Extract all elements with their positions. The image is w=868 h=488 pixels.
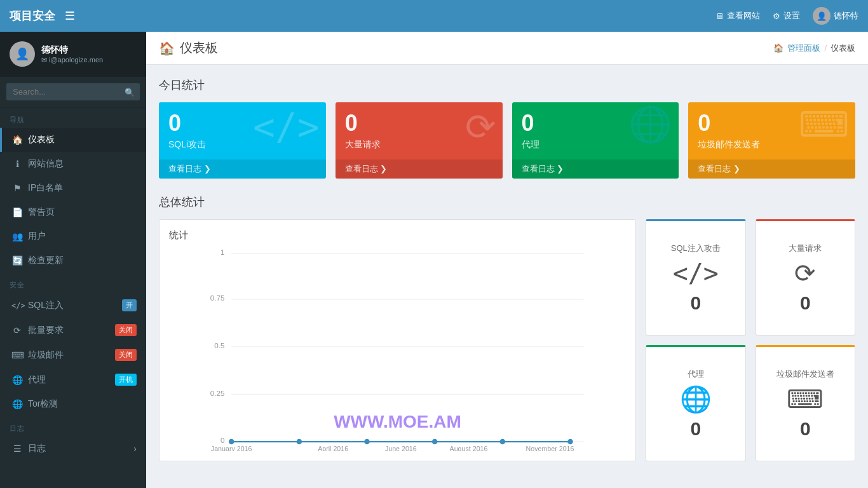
- mini-proxy-label: 代理: [688, 369, 704, 380]
- sidebar-item-tor-detect[interactable]: 🌐 Tor检测: [0, 392, 146, 416]
- bulk-value: 0: [345, 110, 381, 137]
- globe-icon: 🌐: [11, 375, 23, 385]
- sidebar-search-area: 🔍: [0, 77, 146, 107]
- svg-point-10: [229, 439, 234, 445]
- proxy-badge: 开机: [115, 374, 137, 386]
- mini-spam-value: 0: [800, 418, 811, 440]
- mini-sql-icon: </>: [673, 261, 719, 286]
- mini-spam-label: 垃圾邮件发送者: [776, 369, 834, 380]
- page-title: 🏠 仪表板: [159, 39, 218, 57]
- proxy-view-logs[interactable]: 查看日志 ❯: [512, 159, 679, 179]
- spam-mail-badge: 关闭: [115, 349, 137, 361]
- chart-box: 统计 1 0.75 0.5 0.25 0: [159, 219, 636, 461]
- top-navbar: 项目安全 ☰ 🖥 查看网站 ⚙ 设置 👤 德怀特: [0, 0, 868, 32]
- globe3-icon: 🌐: [11, 399, 23, 409]
- file-icon: 📄: [11, 207, 23, 217]
- mini-bulk-icon: ⟳: [794, 261, 816, 286]
- today-stats-title: 今日统计: [159, 78, 855, 93]
- stat-card-proxy: 0 代理 🌐 查看日志 ❯: [512, 102, 679, 179]
- sql-value: 0: [168, 110, 206, 137]
- mini-sql-value: 0: [690, 292, 701, 314]
- spam-card-icon: ⌨: [799, 107, 849, 142]
- svg-point-15: [567, 439, 573, 445]
- search-input[interactable]: [6, 83, 140, 100]
- chart-svg: 1 0.75 0.5 0.25 0: [169, 248, 626, 451]
- sql-view-logs[interactable]: 查看日志 ❯: [159, 159, 326, 179]
- proxy-card-icon: 🌐: [628, 107, 672, 142]
- hamburger-icon[interactable]: ☰: [65, 9, 75, 23]
- svg-point-12: [364, 439, 370, 445]
- sidebar-item-proxy[interactable]: 🌐 代理 开机: [0, 367, 146, 392]
- sidebar-item-ip-whitelist[interactable]: ⚑ IP白名单: [0, 176, 146, 200]
- proxy-value: 0: [522, 110, 539, 137]
- svg-point-11: [297, 439, 302, 445]
- nav-section-label: 导航: [0, 107, 146, 128]
- svg-text:January 2016: January 2016: [211, 445, 252, 451]
- sidebar-username: 德怀特: [41, 44, 103, 56]
- mini-card-proxy: 代理 🌐 0: [646, 345, 746, 461]
- mini-bulk-value: 0: [800, 292, 811, 314]
- sidebar-item-alert-page[interactable]: 📄 警告页: [0, 200, 146, 224]
- sidebar-item-check-update[interactable]: 🔄 检查更新: [0, 248, 146, 273]
- today-stat-cards: 0 SQLi攻击 </> 查看日志 ❯ 0 大量请求: [159, 102, 855, 179]
- nav-right: 🖥 查看网站 ⚙ 设置 👤 德怀特: [715, 7, 858, 25]
- sidebar-item-dashboard[interactable]: 🏠 仪表板: [0, 128, 146, 152]
- users-icon: 👥: [11, 231, 23, 241]
- settings-link[interactable]: ⚙ 设置: [773, 10, 800, 22]
- brand-title: 项目安全: [10, 8, 55, 24]
- spam-view-logs[interactable]: 查看日志 ❯: [688, 159, 855, 179]
- inner-content: 今日统计 0 SQLi攻击 </> 查看日志 ❯: [146, 65, 868, 474]
- avatar-small: 👤: [813, 7, 831, 25]
- bulk-card-icon: ⟳: [465, 109, 496, 146]
- breadcrumb-home-icon: 🏠: [773, 43, 783, 53]
- svg-text:November 2016: November 2016: [526, 445, 574, 451]
- spam-label: 垃圾邮件发送者: [698, 139, 760, 151]
- content-header: 🏠 仪表板 🏠 管理面板 / 仪表板: [146, 32, 868, 65]
- sidebar-item-logs[interactable]: ☰ 日志 ›: [0, 437, 146, 461]
- view-site-link[interactable]: 🖥 查看网站: [715, 10, 760, 22]
- mini-card-sql: SQL注入攻击 </> 0: [646, 219, 746, 336]
- log-section-label: 日志: [0, 416, 146, 437]
- breadcrumb-current: 仪表板: [831, 43, 855, 54]
- bulk-request-badge: 关闭: [115, 324, 137, 336]
- svg-text:0.5: 0.5: [214, 341, 225, 349]
- breadcrumb-admin-link[interactable]: 管理面板: [787, 43, 820, 54]
- chart-title: 统计: [169, 229, 626, 241]
- user-link[interactable]: 👤 德怀特: [813, 7, 858, 25]
- spam-value: 0: [698, 110, 760, 137]
- sidebar-item-users[interactable]: 👥 用户: [0, 224, 146, 248]
- sidebar-item-sql-inject[interactable]: </> SQL注入 开: [0, 293, 146, 318]
- total-stats-title: 总体统计: [159, 194, 855, 210]
- nav-left: 项目安全 ☰: [10, 8, 75, 24]
- svg-text:1: 1: [220, 248, 225, 256]
- sidebar-item-site-info[interactable]: ℹ 网站信息: [0, 152, 146, 176]
- svg-point-13: [432, 439, 438, 445]
- mini-proxy-icon: 🌐: [680, 386, 712, 412]
- mini-card-bulk: 大量请求 ⟳ 0: [756, 219, 856, 336]
- stat-card-spam: 0 垃圾邮件发送者 ⌨ 查看日志 ❯: [688, 102, 855, 179]
- bulk-label: 大量请求: [345, 139, 381, 151]
- svg-text:0.25: 0.25: [210, 389, 225, 397]
- svg-text:August 2016: August 2016: [450, 445, 488, 451]
- mini-card-spam: 垃圾邮件发送者 ⌨ 0: [756, 345, 856, 461]
- sidebar-item-bulk-request[interactable]: ⟳ 批量要求 关闭: [0, 318, 146, 342]
- chevron-right-icon: ›: [133, 444, 137, 454]
- mini-spam-icon: ⌨: [787, 386, 824, 412]
- refresh2-icon: ⟳: [11, 325, 23, 336]
- svg-text:April 2016: April 2016: [318, 445, 348, 451]
- bulk-view-logs[interactable]: 查看日志 ❯: [336, 159, 503, 179]
- content-area: 🏠 仪表板 🏠 管理面板 / 仪表板 今日统计 0 SQ: [146, 32, 868, 488]
- main-layout: 👤 德怀特 ✉ i@apologize.men 🔍 导航 🏠 仪表板 ℹ: [0, 32, 868, 488]
- avatar: 👤: [10, 41, 35, 67]
- svg-text:June 2016: June 2016: [385, 445, 417, 451]
- mini-stats-grid: SQL注入攻击 </> 0 大量请求 ⟳ 0 代理 🌐 0: [646, 219, 855, 461]
- security-section-label: 安全: [0, 273, 146, 293]
- mini-proxy-value: 0: [690, 418, 701, 440]
- proxy-label: 代理: [522, 139, 539, 151]
- sidebar-item-spam-mail[interactable]: ⌨ 垃圾邮件 关闭: [0, 342, 146, 367]
- refresh-icon: 🔄: [11, 255, 23, 266]
- gear-icon: ⚙: [773, 11, 780, 21]
- search-icon: 🔍: [125, 87, 135, 97]
- sql-label: SQLi攻击: [168, 139, 206, 151]
- svg-point-14: [500, 439, 506, 445]
